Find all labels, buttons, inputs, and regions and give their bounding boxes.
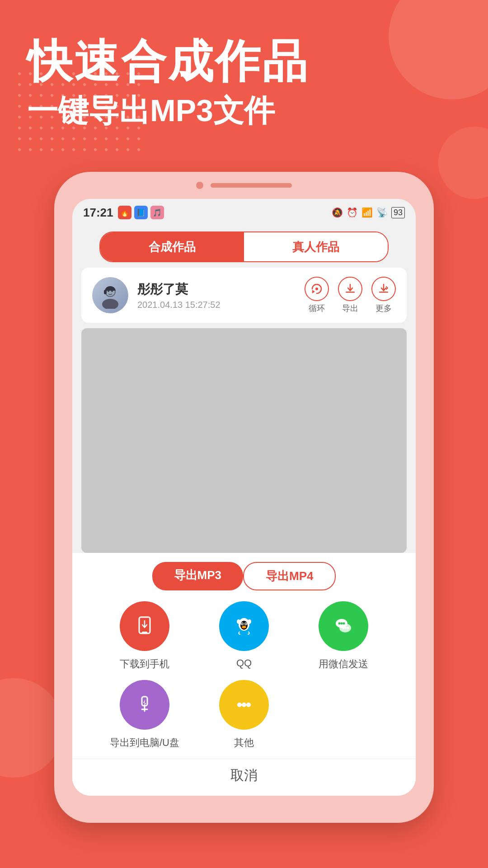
svg-point-25 — [341, 623, 343, 625]
user-info: 彤彤了莫 2021.04.13 15:27:52 — [92, 277, 221, 313]
app-icon-3: 🎵 — [150, 206, 164, 219]
loop-label: 循环 — [309, 303, 325, 314]
svg-marker-6 — [312, 290, 315, 293]
header-section: 快速合成作品 一键导出MP3文件 — [0, 36, 488, 130]
share-item-download[interactable]: 下载到手机 — [99, 601, 190, 671]
svg-point-27 — [343, 627, 345, 629]
svg-point-33 — [246, 703, 251, 707]
tab-real[interactable]: 真人作品 — [244, 232, 388, 261]
bg-circle-mid-right — [438, 127, 488, 199]
other-icon — [219, 680, 269, 730]
tab-bar: 合成作品 真人作品 — [99, 231, 389, 262]
status-bar: 17:21 🔥 📘 🎵 🔕 ⏰ 📶 📡 93 — [72, 199, 416, 226]
avatar — [92, 277, 128, 313]
phone-mockup: 17:21 🔥 📘 🎵 🔕 ⏰ 📶 📡 93 合成作品 真人作品 — [54, 172, 434, 823]
svg-point-12 — [144, 632, 145, 633]
share-item-other[interactable]: 其他 — [199, 680, 289, 750]
more-icon — [371, 277, 396, 301]
export-mp4-tab[interactable]: 导出MP4 — [243, 562, 336, 590]
action-icons: 循环 导出 — [305, 277, 396, 314]
share-item-pc[interactable]: 导出到电脑/U盘 — [99, 680, 190, 750]
svg-point-26 — [343, 623, 345, 625]
alarm-icon: ⏰ — [347, 207, 358, 218]
bg-circle-bottom-left — [0, 678, 63, 778]
phone-notch-bar — [211, 183, 292, 188]
pc-label: 导出到电脑/U盘 — [110, 736, 179, 750]
pc-icon — [120, 680, 169, 730]
export-section: 导出MP3 导出MP4 下载到手机 — [72, 553, 416, 796]
svg-rect-5 — [104, 290, 107, 294]
cancel-area: 取消 — [72, 759, 416, 796]
share-item-wechat[interactable]: 用微信发送 — [298, 601, 389, 671]
svg-point-19 — [242, 626, 246, 628]
export-label: 导出 — [342, 303, 358, 314]
tab-synthesized[interactable]: 合成作品 — [100, 232, 244, 261]
svg-rect-9 — [379, 292, 388, 293]
qq-label: QQ — [236, 657, 252, 669]
phone-screen: 17:21 🔥 📘 🎵 🔕 ⏰ 📶 📡 93 合成作品 真人作品 — [72, 199, 416, 796]
sub-title: 一键导出MP3文件 — [27, 90, 461, 130]
svg-point-31 — [237, 703, 242, 707]
svg-point-18 — [245, 623, 247, 625]
action-more[interactable]: 更多 — [371, 277, 396, 314]
export-icon — [338, 277, 362, 301]
status-time: 17:21 — [83, 206, 113, 220]
svg-point-20 — [237, 619, 240, 624]
phone-top-bar — [54, 172, 434, 199]
svg-point-1 — [102, 299, 118, 309]
qq-icon — [219, 601, 269, 651]
status-app-icons: 🔥 📘 🎵 — [118, 206, 164, 219]
avatar-image — [92, 277, 128, 313]
wifi-icon: 📡 — [376, 207, 388, 218]
svg-point-32 — [242, 703, 246, 707]
bell-icon: 🔕 — [332, 207, 343, 218]
status-icons: 🔕 ⏰ 📶 📡 93 — [332, 207, 405, 218]
svg-point-7 — [315, 288, 318, 290]
wechat-icon — [319, 601, 368, 651]
app-icon-2: 📘 — [134, 206, 148, 219]
signal-icon: 📶 — [361, 207, 373, 218]
download-icon — [120, 601, 169, 651]
user-text: 彤彤了莫 2021.04.13 15:27:52 — [137, 281, 221, 310]
svg-point-28 — [345, 627, 347, 629]
cancel-button[interactable]: 取消 — [230, 766, 258, 785]
wechat-label: 用微信发送 — [319, 657, 368, 671]
action-loop[interactable]: 循环 — [305, 277, 329, 314]
gray-content-area — [81, 328, 407, 553]
more-label: 更多 — [375, 303, 392, 314]
phone-notch-dot — [196, 182, 203, 189]
share-item-qq[interactable]: QQ — [199, 601, 289, 671]
svg-rect-8 — [346, 292, 355, 293]
battery-icon: 93 — [391, 207, 405, 218]
main-title: 快速合成作品 — [27, 36, 461, 86]
share-icons-grid: 下载到手机 — [72, 601, 416, 759]
svg-point-24 — [338, 623, 341, 625]
user-date: 2021.04.13 15:27:52 — [137, 300, 221, 310]
download-label: 下载到手机 — [120, 657, 169, 671]
export-mp3-tab[interactable]: 导出MP3 — [152, 562, 243, 590]
content-card: 彤彤了莫 2021.04.13 15:27:52 循环 — [81, 268, 407, 323]
svg-point-21 — [248, 619, 251, 624]
loop-icon — [305, 277, 329, 301]
other-label: 其他 — [234, 736, 254, 750]
app-icon-1: 🔥 — [118, 206, 131, 219]
svg-point-17 — [242, 623, 243, 625]
user-name: 彤彤了莫 — [137, 281, 221, 298]
action-export[interactable]: 导出 — [338, 277, 362, 314]
svg-point-29 — [347, 627, 349, 629]
export-tabs: 导出MP3 导出MP4 — [72, 562, 416, 590]
